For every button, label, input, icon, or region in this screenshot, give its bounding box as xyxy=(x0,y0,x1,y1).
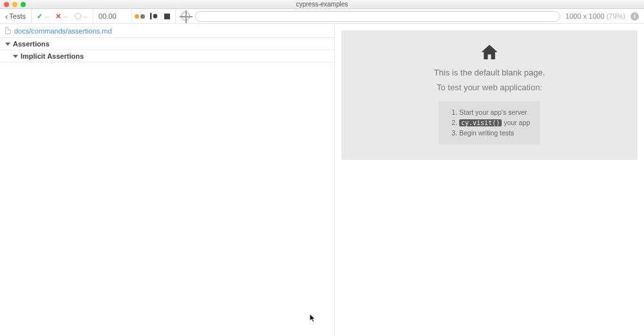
aut-url-input[interactable] xyxy=(195,11,560,22)
step-button[interactable] xyxy=(150,12,159,20)
x-icon: ✕ xyxy=(55,12,61,21)
test-tree: Assertions Implicit Assertions xyxy=(0,38,334,63)
viewport-size-readout: 1000 x 1000 (79%) xyxy=(565,12,625,20)
blank-page-steps: Start your app's server cy.visit() your … xyxy=(439,101,540,144)
back-to-tests-button[interactable]: ‹ Tests xyxy=(0,9,32,23)
svg-rect-0 xyxy=(150,13,152,19)
reporter-pane: docs/commands/assertions.md Assertions I… xyxy=(0,24,335,336)
blank-step: Start your app's server xyxy=(459,108,530,118)
viewport-info-button[interactable]: i xyxy=(630,12,639,21)
test-status-group: ✓ -- ✕ -- -- xyxy=(32,9,93,23)
status-dot-orange xyxy=(135,14,139,19)
blank-step: cy.visit() your app xyxy=(459,118,530,128)
blank-page-title: This is the default blank page. xyxy=(434,68,545,77)
aut-pane: This is the default blank page. To test … xyxy=(335,24,644,336)
check-icon: ✓ xyxy=(37,12,43,21)
svg-point-1 xyxy=(153,14,158,19)
pending-count: -- xyxy=(75,12,88,20)
spec-file-bar[interactable]: docs/commands/assertions.md xyxy=(0,24,334,38)
runner-toolbar: ‹ Tests ✓ -- ✕ -- -- 00.00 xyxy=(0,9,644,24)
passed-count: ✓ -- xyxy=(37,12,49,21)
chevron-down-icon xyxy=(5,43,10,46)
blank-page-subtitle: To test your web application: xyxy=(437,83,542,92)
chevron-left-icon: ‹ xyxy=(5,12,8,21)
blank-page: This is the default blank page. To test … xyxy=(341,30,638,160)
home-icon xyxy=(480,43,499,60)
window-title: cypress-examples xyxy=(0,1,644,8)
status-dot-grey xyxy=(140,14,145,19)
blank-step: Begin writing tests xyxy=(459,128,530,139)
file-icon xyxy=(5,27,11,34)
suite-row[interactable]: Assertions xyxy=(0,38,334,50)
suite-label: Implicit Assertions xyxy=(21,52,84,60)
step-icon xyxy=(150,12,158,20)
code-snippet: cy.visit() xyxy=(459,119,502,126)
suite-row[interactable]: Implicit Assertions xyxy=(0,50,334,63)
stop-button[interactable] xyxy=(164,14,170,19)
spec-file-path: docs/commands/assertions.md xyxy=(14,27,112,35)
suite-label: Assertions xyxy=(13,40,50,48)
back-label: Tests xyxy=(9,12,26,20)
test-timer: 00.00 xyxy=(93,9,132,23)
chevron-down-icon xyxy=(13,55,18,58)
selector-playground-button[interactable] xyxy=(181,12,190,21)
mac-titlebar: cypress-examples xyxy=(0,0,644,9)
circle-icon xyxy=(75,13,81,19)
failed-count: ✕ -- xyxy=(55,12,68,21)
runner-status-dots xyxy=(135,14,145,19)
